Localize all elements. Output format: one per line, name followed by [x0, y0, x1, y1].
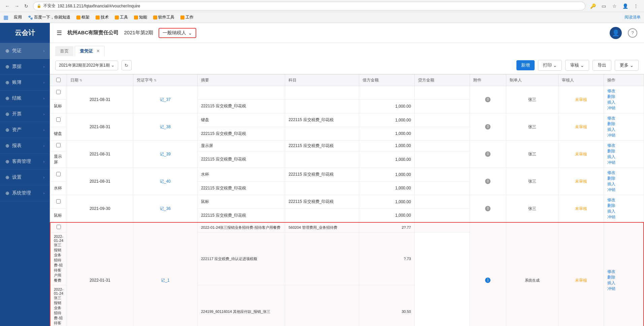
export-button[interactable]: 导出 — [592, 60, 611, 71]
sidebar-item-ledger[interactable]: ⊕ 账簿 › — [0, 75, 50, 90]
cast-button[interactable]: ▭ — [599, 1, 608, 11]
software-label: 软件工具 — [158, 14, 174, 20]
bookmark-work[interactable]: 工作 — [178, 14, 196, 21]
refresh-button[interactable]: ↻ — [122, 60, 132, 70]
applications-label: 应用 — [14, 14, 22, 20]
row-checkbox[interactable] — [56, 172, 61, 176]
subject-cell-2a: 222115 应交税费_印花税 — [285, 113, 359, 127]
reverse-link-3[interactable]: 冲销 — [607, 160, 639, 166]
bookmark-tools[interactable]: 工具 — [113, 14, 130, 21]
edit-link-6[interactable]: 修改 — [607, 269, 639, 275]
bookmark-framework[interactable]: 框架 — [74, 14, 92, 21]
subject-cell-4a: 222115 应交税费_印花税 — [285, 168, 359, 182]
address-bar[interactable]: 🔒 不安全 192.168.1.211/fqtaxfinancial/#/vou… — [33, 2, 585, 10]
select-all-checkbox[interactable] — [56, 78, 61, 82]
back-button[interactable]: ← — [3, 2, 11, 10]
refresh-button[interactable]: ↻ — [22, 2, 30, 10]
debit-cell-3a: 1,000.00 — [359, 141, 415, 151]
delete-link-2[interactable]: 删除 — [607, 121, 639, 127]
voucher-no-link-2[interactable]: 记_38 — [160, 124, 171, 129]
delete-link-6[interactable]: 删除 — [607, 275, 639, 280]
reviewer-cell-2: 未审核 — [558, 113, 604, 141]
insert-link-5[interactable]: 插入 — [607, 209, 639, 214]
sidebar-item-reports[interactable]: ⊕ 报表 › — [0, 138, 50, 154]
edit-link-5[interactable]: 修改 — [607, 197, 639, 203]
insert-link-6[interactable]: 插入 — [607, 280, 639, 286]
tab-voucher-inquiry[interactable]: 查凭证 ✕ — [75, 46, 105, 57]
insert-link-2[interactable]: 插入 — [607, 127, 639, 133]
date-range-selector[interactable]: 2021年第2期至2022年第1期 ⌄ — [55, 61, 118, 70]
folder-icon-6 — [180, 15, 184, 20]
user-profile-button[interactable]: 👤 — [620, 1, 630, 11]
sidebar-item-sysadmin[interactable]: ⊕ 系统管理 › — [0, 185, 50, 201]
voucher-no-link-3[interactable]: 记_39 — [160, 152, 171, 156]
reverse-link-5[interactable]: 冲销 — [607, 214, 639, 220]
sidebar-item-settings[interactable]: ⊕ 设置 › — [0, 170, 50, 185]
reverse-link-4[interactable]: 冲销 — [607, 187, 639, 193]
user-avatar[interactable]: 👤 — [610, 27, 622, 39]
action-cell-3: 修改 删除 插入 冲销 — [604, 141, 644, 168]
row-checkbox-cell — [50, 141, 67, 151]
reverse-link-6[interactable]: 冲销 — [607, 286, 639, 292]
bookmark-software[interactable]: 软件工具 — [151, 14, 176, 21]
date-sort-icon[interactable]: ⇅ — [79, 78, 82, 82]
bookmark-knowledge[interactable]: 知能 — [132, 14, 149, 21]
tax-type-selector[interactable]: 一般纳税人 ⌄ — [159, 28, 196, 38]
sidebar-item-customer[interactable]: ⊕ 客商管理 › — [0, 154, 50, 170]
review-button[interactable]: 审核 ⌄ — [565, 60, 589, 71]
sidebar-item-voucher[interactable]: ⊕ 凭证 › — [0, 43, 50, 59]
tab-close-icon[interactable]: ✕ — [96, 49, 100, 53]
reverse-link-1[interactable]: 冲销 — [607, 105, 639, 111]
forward-button[interactable]: → — [13, 2, 21, 10]
sidebar-item-assets[interactable]: ⊕ 资产 › — [0, 122, 50, 138]
voucher-sort-icon[interactable]: ⇅ — [154, 78, 157, 82]
subject-value-5a: 222115 应交税费_印花税 — [289, 199, 334, 204]
edit-link-3[interactable]: 修改 — [607, 143, 639, 148]
maker-value-4: 张三 — [528, 179, 536, 184]
reverse-link-2[interactable]: 冲销 — [607, 133, 639, 138]
sidebar-item-billing[interactable]: ⊕ 开票 › — [0, 106, 50, 122]
tab-home[interactable]: 首页 — [55, 46, 73, 56]
insert-link-1[interactable]: 插入 — [607, 100, 639, 105]
th-credit-label: 贷方金额 — [418, 78, 434, 82]
voucher-no-link-4[interactable]: 记_40 — [160, 179, 171, 184]
new-voucher-button[interactable]: 新增 — [516, 60, 535, 70]
sidebar-item-assets-left: ⊕ 资产 — [5, 127, 22, 133]
insert-link-4[interactable]: 插入 — [607, 181, 639, 187]
more-button[interactable]: 更多 ⌄ — [615, 60, 639, 71]
row-checkbox[interactable] — [56, 90, 61, 94]
voucher-no-link-1[interactable]: 记_37 — [160, 97, 171, 102]
bookmark-applications[interactable]: 应用 — [12, 14, 24, 21]
bookmark-star-button[interactable]: ☆ — [610, 1, 619, 11]
voucher-no-link-5[interactable]: 记_36 — [160, 206, 171, 211]
attachment-badge-3: 0 — [485, 151, 490, 157]
menu-button[interactable]: ⋮ — [631, 1, 641, 11]
bookmark-baidu[interactable]: 🐾 百度一下，你就知道 — [26, 14, 72, 21]
edit-link-2[interactable]: 修改 — [607, 115, 639, 121]
action-cell-5: 修改 删除 插入 冲销 — [604, 195, 644, 223]
main-content: ☰ 杭州ABC有限责任公司 2021年第2期 一般纳税人 ⌄ 👤 ? — [50, 23, 644, 326]
edit-link-1[interactable]: 修改 — [607, 88, 639, 94]
edit-link-4[interactable]: 修改 — [607, 170, 639, 176]
reading-list-link[interactable]: 阅读清单 — [624, 14, 641, 20]
row-checkbox[interactable] — [56, 199, 61, 204]
delete-link-4[interactable]: 删除 — [607, 176, 639, 181]
print-button[interactable]: 打印 ⌄ — [538, 60, 562, 71]
table-header-row: 日期 ⇅ 凭证字号 ⇅ 摘要 科目 — [50, 75, 644, 86]
delete-link-1[interactable]: 删除 — [607, 94, 639, 100]
key-icon-button[interactable]: 🔑 — [588, 1, 598, 11]
new-voucher-label: 新增 — [521, 62, 530, 68]
delete-link-5[interactable]: 删除 — [607, 203, 639, 209]
row-checkbox[interactable] — [56, 143, 61, 147]
hamburger-menu-icon[interactable]: ☰ — [57, 29, 62, 37]
tabs-bar: 首页 查凭证 ✕ — [50, 43, 644, 57]
voucher-no-link-6[interactable]: 记_1 — [161, 278, 169, 283]
insert-link-3[interactable]: 插入 — [607, 154, 639, 160]
bookmark-tech[interactable]: 技术 — [94, 14, 111, 21]
row-checkbox-highlighted[interactable] — [57, 225, 61, 229]
sidebar-item-closing[interactable]: ⊕ 结账 › — [0, 90, 50, 106]
help-button[interactable]: ? — [628, 28, 637, 38]
delete-link-3[interactable]: 删除 — [607, 148, 639, 154]
sidebar-item-invoice[interactable]: ⊕ 票据 › — [0, 59, 50, 75]
row-checkbox[interactable] — [56, 117, 61, 122]
